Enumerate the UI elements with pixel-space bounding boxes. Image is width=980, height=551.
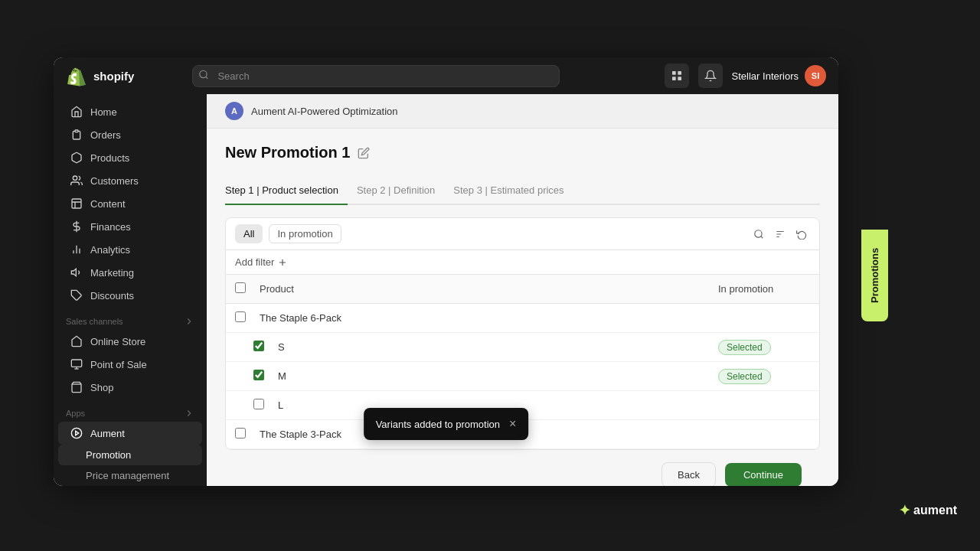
filter-tab-all[interactable]: All xyxy=(235,224,263,243)
sidebar-item-aument[interactable]: Aument xyxy=(58,422,202,445)
sidebar-item-point-of-sale[interactable]: Point of Sale xyxy=(58,353,202,376)
svg-marker-20 xyxy=(76,431,79,435)
apps-section: Apps xyxy=(54,399,207,422)
sidebar-label-marketing: Marketing xyxy=(90,267,134,279)
sidebar-item-content[interactable]: Content xyxy=(58,192,202,215)
selected-badge: Selected xyxy=(718,369,771,384)
sidebar-item-online-store[interactable]: Online Store xyxy=(58,330,202,353)
variant-l-checkbox[interactable] xyxy=(253,399,264,409)
variant-m-checkbox[interactable] xyxy=(253,370,264,380)
shopify-logo-text: shopify xyxy=(93,70,134,83)
sidebar: Home Orders Products xyxy=(54,94,207,486)
filter-icon xyxy=(775,229,786,240)
table-row: The Staple 6-Pack xyxy=(226,304,819,333)
edit-title-button[interactable] xyxy=(358,147,370,159)
home-icon xyxy=(70,106,83,118)
back-button[interactable]: Back xyxy=(662,462,716,486)
svg-rect-6 xyxy=(75,130,78,132)
sidebar-label-price-management: Price management xyxy=(86,470,169,481)
promotions-side-tab[interactable]: Promotions xyxy=(861,230,888,321)
selected-badge: Selected xyxy=(718,340,771,355)
body-layout: Home Orders Products xyxy=(54,94,838,486)
sidebar-label-analytics: Analytics xyxy=(90,244,130,256)
notifications-button[interactable] xyxy=(698,64,723,88)
select-all-checkbox[interactable] xyxy=(235,282,246,293)
sidebar-label-aument: Aument xyxy=(90,428,125,439)
apps-label: Apps xyxy=(66,409,85,418)
sidebar-item-analytics[interactable]: Analytics xyxy=(58,238,202,261)
expand-icon xyxy=(184,316,194,327)
step-3[interactable]: Step 3 | Estimated prices xyxy=(453,177,582,204)
store-info: Stellar Interiors SI xyxy=(732,65,826,86)
step-3-label: Step 3 | Estimated prices xyxy=(453,184,564,196)
page-title: New Promotion 1 xyxy=(225,144,350,161)
sidebar-item-discounts[interactable]: Discounts xyxy=(58,284,202,307)
aument-banner: A Aument AI-Powered Optimization xyxy=(207,94,838,129)
continue-button[interactable]: Continue xyxy=(725,463,802,486)
edit-icon xyxy=(358,147,370,159)
sidebar-item-marketing[interactable]: Marketing xyxy=(58,261,202,284)
product-staple6-checkbox[interactable] xyxy=(235,311,246,322)
filter-tab-in-promotion[interactable]: In promotion xyxy=(269,224,341,243)
sidebar-label-discounts: Discounts xyxy=(90,290,134,302)
sidebar-item-orders[interactable]: Orders xyxy=(58,123,202,146)
sidebar-item-home[interactable]: Home xyxy=(58,100,202,123)
page-title-row: New Promotion 1 xyxy=(225,144,820,161)
search-input[interactable] xyxy=(192,65,560,87)
product-name: The Staple 6-Pack xyxy=(260,312,709,324)
sidebar-item-price-management[interactable]: Price management xyxy=(58,465,202,486)
search-filter-button[interactable] xyxy=(750,226,767,243)
analytics-icon xyxy=(70,243,83,256)
main-window: shopify xyxy=(54,57,838,486)
orders-icon xyxy=(70,129,83,141)
aument-star-icon: ✦ xyxy=(899,502,910,519)
sidebar-item-promotion[interactable]: Promotion xyxy=(58,445,202,465)
toast-close-button[interactable]: × xyxy=(509,417,516,431)
sidebar-label-promotion: Promotion xyxy=(86,449,131,461)
table-row: S Selected xyxy=(226,333,819,362)
sidebar-item-shop[interactable]: Shop xyxy=(58,376,202,399)
sidebar-label-point-of-sale: Point of Sale xyxy=(90,359,147,370)
svg-line-23 xyxy=(761,236,763,238)
svg-rect-5 xyxy=(678,77,681,80)
step-2[interactable]: Step 2 | Definition xyxy=(357,177,453,204)
sidebar-label-customers: Customers xyxy=(90,175,139,187)
sidebar-item-products[interactable]: Products xyxy=(58,146,202,169)
variant-check-col xyxy=(253,341,269,354)
shopify-apps-button[interactable] xyxy=(665,64,689,88)
promotions-side-tab-wrapper: Promotions xyxy=(861,230,888,321)
sidebar-item-customers[interactable]: Customers xyxy=(58,169,202,192)
variant-s-checkbox[interactable] xyxy=(253,341,264,351)
aument-banner-icon: A xyxy=(225,102,243,120)
sales-channels-label: Sales channels xyxy=(66,317,123,326)
toast-notification: Variants added to promotion × xyxy=(364,408,529,440)
svg-rect-3 xyxy=(678,71,681,75)
product-staple3-checkbox[interactable] xyxy=(235,428,246,439)
add-filter-button[interactable]: Add filter xyxy=(235,256,288,268)
refresh-button[interactable] xyxy=(793,226,810,243)
sidebar-item-finances[interactable]: Finances xyxy=(58,215,202,238)
store-name: Stellar Interiors xyxy=(732,70,799,82)
sort-filter-button[interactable] xyxy=(772,226,789,243)
table-row: M Selected xyxy=(226,362,819,391)
main-content: A Aument AI-Powered Optimization New Pro… xyxy=(207,94,838,486)
header-promotion-col: In promotion xyxy=(718,283,810,295)
step-1[interactable]: Step 1 | Product selection xyxy=(225,177,357,204)
svg-marker-13 xyxy=(71,269,76,276)
content-icon xyxy=(70,197,83,210)
toast-message: Variants added to promotion xyxy=(376,419,500,430)
filter-icons xyxy=(750,226,810,243)
table-header: Product In promotion xyxy=(226,275,819,304)
bottom-actions: Back Continue xyxy=(225,450,820,486)
variant-name: S xyxy=(278,341,709,353)
aument-logo-corner: ✦ aument xyxy=(899,502,957,519)
svg-point-7 xyxy=(73,176,77,180)
svg-point-0 xyxy=(200,70,207,77)
aument-icon xyxy=(70,427,83,439)
svg-rect-4 xyxy=(672,77,676,80)
sidebar-label-home: Home xyxy=(90,106,117,118)
discounts-icon xyxy=(70,289,83,302)
svg-point-19 xyxy=(71,428,81,438)
add-filter-row: Add filter xyxy=(226,250,819,275)
variant-promotion-col: Selected xyxy=(718,341,810,353)
